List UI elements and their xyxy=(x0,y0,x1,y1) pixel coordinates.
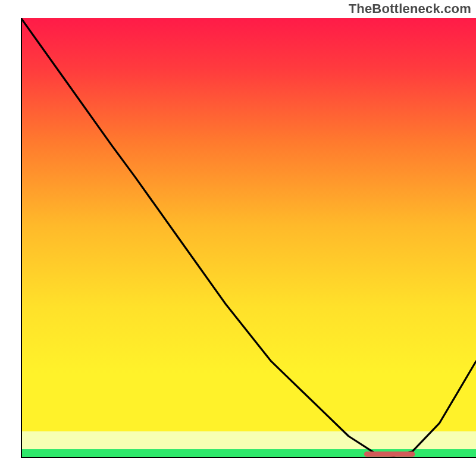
chart-svg xyxy=(21,18,476,458)
chart-container: TheBottleneck.com xyxy=(0,0,476,476)
chart-background-pale-band xyxy=(21,431,476,449)
chart-plot xyxy=(21,18,476,458)
watermark-text: TheBottleneck.com xyxy=(349,1,471,17)
chart-background-gradient xyxy=(21,18,476,431)
